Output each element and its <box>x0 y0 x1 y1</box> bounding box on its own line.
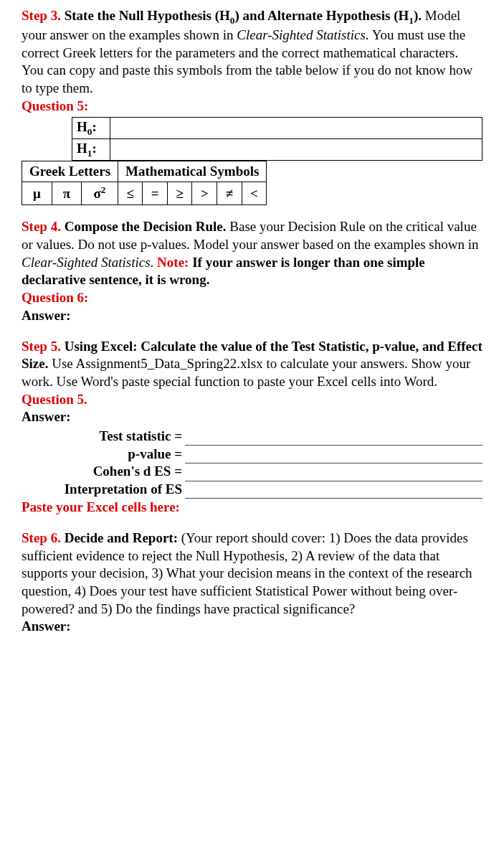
symbol-eq: = <box>143 182 168 205</box>
step5-answer-label: Answer: <box>22 408 482 426</box>
h1-input-cell[interactable] <box>110 138 482 160</box>
interpretation-row: Interpretation of ES <box>22 481 482 499</box>
answer-table: Test statistic = p-value = Cohen's d ES … <box>22 428 482 499</box>
symbol-lt: < <box>242 182 267 205</box>
pvalue-label: p-value = <box>22 446 185 464</box>
pvalue-row: p-value = <box>22 446 482 464</box>
interpretation-input[interactable] <box>185 481 482 499</box>
step6-label: Step 6. <box>22 530 61 545</box>
step4-heading: Compose the Decision Rule. <box>65 219 227 234</box>
symbol-gt: > <box>192 182 217 205</box>
symbol-ge: ≥ <box>168 182 192 205</box>
step6-paragraph: Step 6. Decide and Report: (Your report … <box>22 530 482 618</box>
question-5b-label: Question 5. <box>22 391 482 409</box>
symbols-header-row: Greek Letters Mathematical Symbols <box>22 161 267 182</box>
h0-label-cell: H0: <box>72 117 110 138</box>
symbols-row: μ π σ2 ≤ = ≥ > ≠ < <box>22 182 267 205</box>
symbols-table: Greek Letters Mathematical Symbols μ π σ… <box>22 161 267 206</box>
step6-section: Step 6. Decide and Report: (Your report … <box>22 530 482 636</box>
step6-heading: Decide and Report: <box>65 530 178 545</box>
greek-letters-header: Greek Letters <box>22 161 118 182</box>
question-5-label: Question 5: <box>22 98 482 116</box>
step6-answer-label: Answer: <box>22 618 482 636</box>
cohen-label: Cohen's d ES = <box>22 463 185 481</box>
step3-label: Step 3. <box>22 8 61 23</box>
test-statistic-label: Test statistic = <box>22 428 185 446</box>
test-statistic-input[interactable] <box>185 428 482 446</box>
pvalue-input[interactable] <box>185 446 482 464</box>
step4-answer-label: Answer: <box>22 307 482 325</box>
step5-label: Step 5. <box>22 339 61 354</box>
hypothesis-table: H0: H1: <box>72 117 482 161</box>
h0-input-cell[interactable] <box>110 117 482 138</box>
test-statistic-row: Test statistic = <box>22 428 482 446</box>
question-6-label: Question 6: <box>22 289 482 307</box>
cohen-input[interactable] <box>185 463 482 481</box>
symbol-sigma-squared: σ2 <box>81 182 118 205</box>
step3-heading: State the Null Hypothesis (H0) and Alter… <box>65 8 425 23</box>
step4-label: Step 4. <box>22 219 61 234</box>
symbol-mu: μ <box>22 182 52 205</box>
step5-paragraph: Step 5. Using Excel: Calculate the value… <box>22 338 482 391</box>
interpretation-label: Interpretation of ES <box>22 481 185 499</box>
symbol-le: ≤ <box>118 182 143 205</box>
h1-row: H1: <box>72 138 482 160</box>
step4-section: Step 4. Compose the Decision Rule. Base … <box>22 218 482 324</box>
note-label: Note: <box>157 255 189 270</box>
cohen-row: Cohen's d ES = <box>22 463 482 481</box>
symbol-ne: ≠ <box>217 182 242 205</box>
h0-row: H0: <box>72 117 482 138</box>
step3-paragraph: Step 3. State the Null Hypothesis (H0) a… <box>22 7 482 98</box>
step3-section: Step 3. State the Null Hypothesis (H0) a… <box>22 7 482 205</box>
step5-section: Step 5. Using Excel: Calculate the value… <box>22 338 482 517</box>
math-symbols-header: Mathematical Symbols <box>118 161 267 182</box>
symbol-pi: π <box>52 182 81 205</box>
h1-label-cell: H1: <box>72 138 110 160</box>
paste-excel-label: Paste your Excel cells here: <box>22 499 482 517</box>
step4-paragraph: Step 4. Compose the Decision Rule. Base … <box>22 218 482 289</box>
